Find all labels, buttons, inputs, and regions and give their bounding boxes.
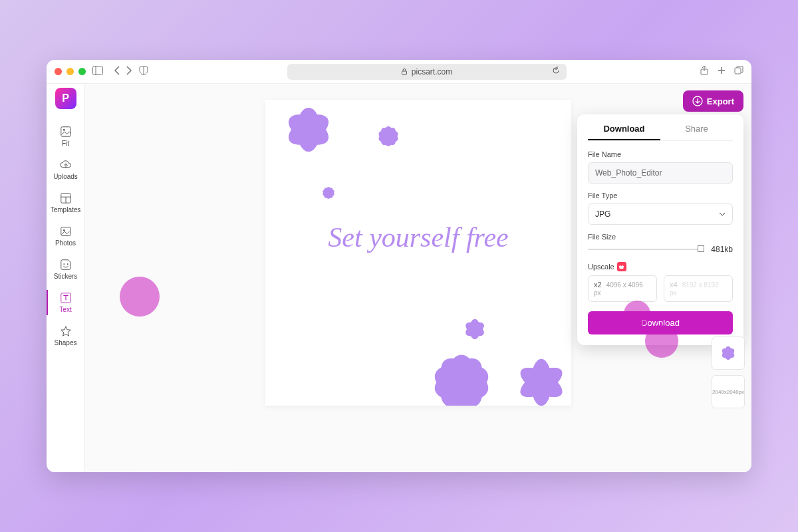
sidebar-item-stickers[interactable]: Stickers [47, 253, 84, 286]
forward-icon[interactable] [126, 66, 132, 78]
sidebar-item-label: Text [59, 306, 71, 313]
address-bar[interactable]: picsart.com [287, 64, 567, 80]
svg-point-6 [63, 129, 65, 131]
nav-arrows [114, 66, 132, 78]
svg-point-41 [471, 325, 479, 333]
canvas[interactable]: Set yourself free [265, 100, 571, 406]
main-area: Export Set yourself free Download Share … [85, 84, 751, 472]
chevron-down-icon [719, 212, 726, 216]
svg-point-48 [534, 375, 549, 390]
file-name-label: File Name [588, 150, 733, 158]
svg-rect-4 [735, 68, 741, 74]
svg-point-28 [385, 133, 392, 140]
sidebar-toggle-icon[interactable] [92, 66, 103, 78]
file-size-value: 481kb [711, 245, 733, 254]
upscale-mult: x2 [594, 281, 602, 289]
sidebar-item-photos[interactable]: Photos [47, 219, 84, 253]
svg-point-12 [63, 263, 65, 265]
svg-point-11 [63, 229, 65, 231]
flower-shape [372, 120, 405, 153]
fit-icon [60, 126, 72, 138]
lock-icon [401, 68, 408, 75]
export-button[interactable]: Export [683, 90, 743, 112]
window-controls [55, 68, 86, 75]
upscale-dim: 4096 x 4096 px [594, 281, 643, 297]
layer-thumb-size[interactable]: 2048x2048px [712, 375, 745, 408]
app-body: P Fit Uploads Templates Photos Stickers … [47, 84, 751, 472]
uploads-icon [60, 159, 72, 171]
slider-thumb[interactable] [698, 245, 704, 252]
flower-shape [272, 100, 345, 166]
canvas-text[interactable]: Set yourself free [328, 221, 508, 253]
file-type-select[interactable]: JPG [588, 203, 733, 225]
svg-point-22 [300, 121, 317, 138]
templates-icon [60, 192, 72, 204]
upscale-x2[interactable]: x2 4096 x 4096 px [588, 275, 657, 302]
titlebar-right [700, 66, 743, 78]
layer-thumb-flower[interactable] [712, 336, 745, 370]
download-button[interactable]: Download [588, 311, 733, 334]
titlebar: picsart.com [47, 60, 751, 84]
new-tab-icon[interactable] [717, 66, 726, 78]
panel-tabs: Download Share [588, 124, 733, 141]
svg-point-61 [726, 350, 731, 356]
file-size-label: File Size [588, 233, 733, 241]
layer-thumbs: 2048x2048px [712, 336, 745, 408]
url-text: picsart.com [412, 67, 452, 76]
sidebar-item-label: Photos [55, 239, 76, 247]
sidebar-item-label: Stickers [54, 273, 78, 280]
shapes-icon [60, 325, 72, 337]
maximize-window-icon[interactable] [78, 68, 86, 75]
upscale-dim: 8192 x 8192 px [670, 281, 719, 297]
flower-shape [418, 339, 505, 406]
sidebar-item-label: Shapes [55, 339, 77, 346]
app-logo[interactable]: P [55, 88, 76, 109]
svg-point-54 [450, 370, 473, 394]
svg-point-13 [66, 263, 68, 265]
file-type-label: File Type [588, 192, 733, 200]
file-name-input[interactable] [588, 162, 733, 184]
stickers-icon [60, 259, 72, 271]
sidebar-item-text[interactable]: Text [47, 286, 84, 319]
tabs-icon[interactable] [734, 66, 743, 78]
premium-badge-icon [617, 262, 626, 271]
export-label: Export [707, 96, 734, 106]
flower-shape [319, 183, 338, 203]
export-panel: Download Share File Name File Type JPG F… [577, 114, 743, 345]
back-icon[interactable] [114, 66, 120, 78]
close-window-icon[interactable] [55, 68, 62, 75]
tab-download[interactable]: Download [588, 124, 660, 140]
sidebar-item-label: Uploads [53, 173, 78, 180]
upscale-x4[interactable]: x4 8192 x 8192 px [664, 275, 733, 302]
refresh-icon[interactable] [552, 66, 560, 76]
upscale-label: Upscale [588, 263, 614, 271]
sidebar-item-uploads[interactable]: Uploads [47, 153, 84, 186]
sidebar-item-templates[interactable]: Templates [47, 186, 84, 219]
address-bar-wrap: picsart.com [160, 64, 693, 80]
upscale-label-row: Upscale [588, 262, 733, 271]
flower-shape [505, 346, 571, 406]
sidebar-item-label: Fit [62, 140, 69, 147]
sidebar-item-fit[interactable]: Fit [47, 120, 84, 153]
svg-rect-2 [402, 71, 406, 74]
sidebar: P Fit Uploads Templates Photos Stickers … [47, 84, 85, 472]
minimize-window-icon[interactable] [66, 68, 74, 75]
file-size-slider[interactable] [588, 249, 704, 250]
svg-point-34 [327, 191, 331, 195]
sidebar-item-label: Templates [51, 206, 81, 213]
export-icon [692, 96, 703, 106]
app-window: picsart.com P Fit Uploads Templates Phot… [47, 60, 751, 472]
file-type-value: JPG [595, 209, 610, 219]
text-icon [60, 292, 72, 304]
upscale-options: x2 4096 x 4096 px x4 8192 x 8192 px [588, 275, 733, 302]
tab-share[interactable]: Share [660, 124, 733, 140]
upscale-mult: x4 [670, 281, 678, 289]
share-icon[interactable] [700, 66, 709, 78]
shield-icon[interactable] [139, 66, 148, 78]
sidebar-item-shapes[interactable]: Shapes [47, 319, 84, 352]
svg-rect-0 [93, 66, 103, 74]
photos-icon [60, 225, 72, 237]
file-size-row: 481kb [588, 245, 733, 254]
